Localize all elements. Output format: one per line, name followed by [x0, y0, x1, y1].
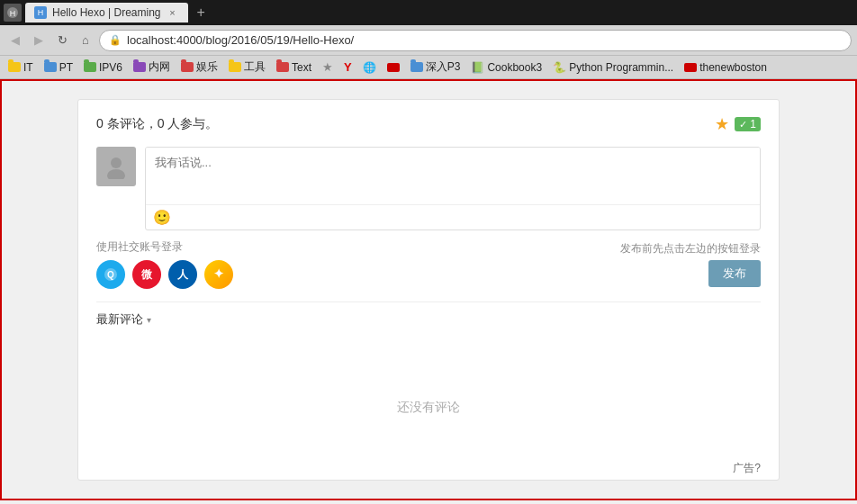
back-button[interactable]: ◀ — [5, 31, 25, 50]
latest-comments-section: 最新评论 ▾ 还没有评论 — [96, 302, 761, 452]
publish-hint: 发布前先点击左边的按钮登录 — [620, 241, 761, 256]
ad-link[interactable]: 广告? — [733, 462, 761, 474]
social-login-label: 使用社交账号登录 — [96, 239, 233, 255]
browser-frame: 0 条评论，0 人参与。 ★ ✓ 1 🙂 — [0, 79, 857, 500]
check-icon: ✓ — [739, 119, 747, 130]
verified-badge: ✓ 1 — [735, 117, 761, 131]
bookmark-label: PT — [59, 61, 73, 74]
svg-text:微: 微 — [140, 268, 153, 281]
comment-section: 0 条评论，0 人参与。 ★ ✓ 1 🙂 — [77, 99, 780, 481]
weibo-login-button[interactable]: 微 — [132, 260, 161, 289]
comment-box: 🙂 — [145, 147, 761, 230]
publish-button[interactable]: 发布 — [708, 260, 761, 287]
comment-input-area: 🙂 — [96, 147, 761, 230]
bookmark-neiwang[interactable]: 内网 — [129, 58, 175, 76]
badge-number: 1 — [750, 118, 756, 130]
yt-icon — [684, 63, 697, 72]
comment-header: 0 条评论，0 人参与。 ★ ✓ 1 — [96, 114, 761, 134]
tab-favicon: H — [34, 6, 47, 19]
svg-point-2 — [111, 158, 122, 168]
page-content: 0 条评论，0 人参与。 ★ ✓ 1 🙂 — [2, 81, 855, 499]
bookmark-y[interactable]: Y — [339, 58, 356, 76]
browser-icon: H — [4, 4, 22, 22]
svg-text:人: 人 — [176, 268, 189, 281]
folder-icon — [276, 62, 289, 72]
folder-icon — [410, 62, 423, 72]
tab-title: Hello Hexo | Dreaming — [52, 6, 161, 19]
bookmark-label: IT — [23, 61, 33, 74]
sort-arrow-icon[interactable]: ▾ — [147, 315, 151, 325]
bookmarks-bar: IT PT IPV6 内网 娱乐 工具 Text ★ Y 🌐 深入P3 📗 — [0, 56, 857, 79]
title-bar: H H Hello Hexo | Dreaming × + — [0, 0, 857, 25]
youtube-icon — [387, 63, 400, 72]
latest-comments-label: 最新评论 — [96, 311, 143, 328]
globe-icon: 🌐 — [363, 61, 376, 74]
avatar — [96, 147, 136, 186]
social-icons: Q 微 人 ✦ — [96, 260, 233, 289]
folder-icon — [229, 62, 241, 72]
svg-text:H: H — [10, 9, 16, 18]
gold-star-icon: ★ — [715, 114, 729, 134]
bookmark-label: 深入P3 — [426, 59, 461, 75]
star-icon: ★ — [322, 60, 333, 74]
address-bar[interactable]: 🔒 localhost:4000/blog/2016/05/19/Hello-H… — [99, 30, 852, 51]
footer-link: 广告? — [96, 461, 761, 476]
publish-area: 发布前先点击左边的按钮登录 发布 — [620, 241, 761, 287]
comment-toolbar: 🙂 — [146, 204, 760, 230]
bookmark-python[interactable]: 🐍 Python Programmin... — [548, 59, 678, 76]
home-button[interactable]: ⌂ — [76, 31, 95, 50]
bookmark-label: 工具 — [244, 59, 266, 75]
book-icon: 📗 — [471, 61, 484, 74]
reload-button[interactable]: ↻ — [52, 31, 72, 50]
bookmark-text[interactable]: Text — [272, 59, 316, 76]
nav-bar: ◀ ▶ ↻ ⌂ 🔒 localhost:4000/blog/2016/05/19… — [0, 25, 857, 56]
comment-textarea[interactable] — [146, 148, 760, 202]
svg-text:✦: ✦ — [213, 266, 224, 281]
bookmark-label: Text — [292, 61, 311, 74]
bookmark-pt[interactable]: PT — [40, 59, 77, 76]
qzone-login-button[interactable]: ✦ — [204, 260, 233, 289]
bookmark-gongju[interactable]: 工具 — [224, 58, 270, 76]
renren-login-button[interactable]: 人 — [168, 260, 197, 289]
folder-icon — [133, 62, 146, 72]
forward-button[interactable]: ▶ — [29, 31, 49, 50]
folder-icon — [84, 62, 96, 72]
qq-login-button[interactable]: Q — [96, 260, 125, 289]
lock-icon: 🔒 — [109, 34, 122, 46]
bookmark-ipv6[interactable]: IPV6 — [79, 59, 127, 76]
bookmark-globe[interactable]: 🌐 — [358, 59, 381, 76]
svg-point-3 — [107, 169, 125, 179]
comment-actions: 使用社交账号登录 Q 微 人 ✦ — [96, 239, 761, 289]
folder-icon — [181, 62, 194, 72]
bookmark-it[interactable]: IT — [4, 59, 38, 76]
bookmark-label: thenewboston — [699, 61, 767, 74]
browser-tab[interactable]: H Hello Hexo | Dreaming × — [25, 3, 188, 22]
comment-count: 0 条评论，0 人参与。 — [96, 116, 218, 132]
folder-icon — [44, 62, 57, 72]
folder-icon — [8, 62, 21, 72]
latest-comments-title: 最新评论 ▾ — [96, 311, 761, 328]
python-icon: 🐍 — [553, 61, 566, 74]
social-login-area: 使用社交账号登录 Q 微 人 ✦ — [96, 239, 233, 289]
no-comments-message: 还没有评论 — [96, 382, 761, 452]
bookmark-cookbook[interactable]: 📗 Cookbook3 — [466, 59, 546, 76]
bookmark-thenewboston[interactable]: thenewboston — [680, 59, 771, 76]
new-tab-button[interactable]: + — [192, 4, 211, 21]
bookmark-label: IPV6 — [99, 61, 122, 74]
tab-close-button[interactable]: × — [167, 6, 179, 19]
bookmark-yule[interactable]: 娱乐 — [176, 58, 222, 76]
bookmark-yt[interactable] — [383, 61, 404, 74]
url-text: localhost:4000/blog/2016/05/19/Hello-Hex… — [127, 33, 354, 47]
y-icon: Y — [344, 60, 352, 74]
star-badge: ★ ✓ 1 — [715, 114, 761, 134]
bookmark-label: Python Programmin... — [569, 61, 673, 74]
bookmark-star[interactable]: ★ — [318, 58, 338, 76]
emoji-icon[interactable]: 🙂 — [153, 209, 171, 226]
bookmark-label: 娱乐 — [196, 59, 218, 75]
bookmark-label: 内网 — [149, 59, 170, 75]
svg-text:Q: Q — [107, 270, 114, 280]
bookmark-shenru[interactable]: 深入P3 — [406, 58, 465, 76]
bookmark-label: Cookbook3 — [487, 61, 542, 74]
